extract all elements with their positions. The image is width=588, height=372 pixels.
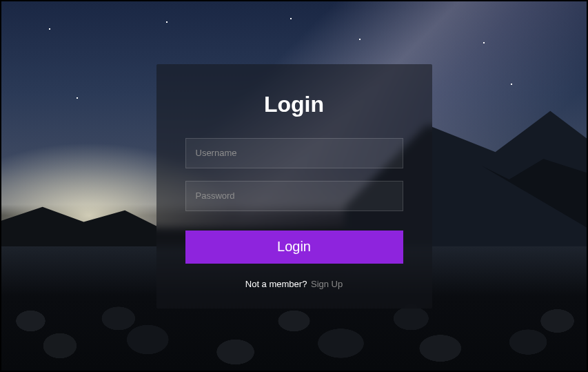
signup-link[interactable]: Sign Up <box>311 279 343 289</box>
password-input[interactable] <box>185 181 403 211</box>
login-card: Login Login Not a member? Sign Up <box>156 64 432 309</box>
background-scene: Login Login Not a member? Sign Up <box>0 0 588 372</box>
login-title: Login <box>185 92 403 117</box>
login-button[interactable]: Login <box>185 231 403 264</box>
signup-prompt-text: Not a member? <box>245 279 307 289</box>
username-input[interactable] <box>185 138 403 168</box>
signup-prompt: Not a member? Sign Up <box>185 279 403 289</box>
